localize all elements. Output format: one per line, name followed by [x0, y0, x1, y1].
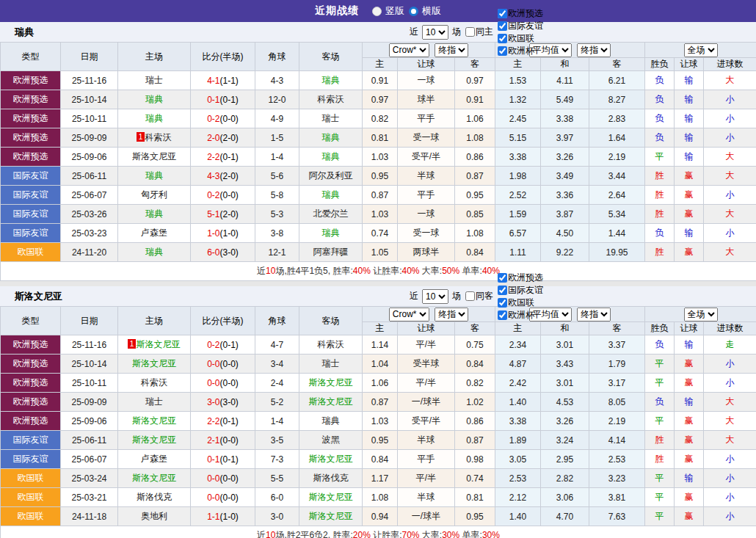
odds-final-select[interactable]: 终指: [435, 43, 468, 57]
avg-draw: 5.49: [541, 90, 589, 109]
match-row: 欧国联24-11-20瑞典6-0(3-0)12-1阿塞拜疆1.05两球半0.84…: [1, 243, 756, 262]
recent-count-select[interactable]: 10: [422, 25, 448, 40]
home-team: 1科索沃: [118, 128, 191, 148]
competition-filter[interactable]: 欧国联: [495, 32, 543, 45]
summary-part: 10: [266, 530, 275, 538]
competition-checkbox[interactable]: [498, 273, 507, 283]
result-cell: 负: [645, 90, 675, 109]
score: 0-2(0-0): [191, 186, 255, 205]
odds-handicap: 半球: [398, 488, 455, 507]
radio-unselected-icon[interactable]: [409, 7, 418, 16]
avg-home: 1.40: [495, 393, 541, 412]
odds-company-select[interactable]: Crow*: [389, 43, 429, 57]
avg-home: 3.38: [495, 412, 541, 431]
away-team: 北爱尔兰: [299, 205, 363, 224]
score: 2-1(0-0): [191, 431, 255, 450]
competition-filter[interactable]: 欧国联: [495, 297, 543, 309]
col-corner: 角球: [255, 307, 299, 335]
radio-horizontal[interactable]: 横版: [409, 4, 441, 18]
odds-handicap: 半球: [398, 431, 455, 450]
competition-checkbox[interactable]: [498, 286, 507, 295]
team-name: 斯洛文尼亚: [15, 290, 62, 303]
competition-checkbox[interactable]: [498, 298, 507, 308]
avg-final-select[interactable]: 终指: [577, 308, 611, 321]
results-table: 类型 日期 主场 比分(半场) 角球 客场 Crow* 终指 平均值 终指: [0, 42, 756, 281]
odds-home: 0.81: [363, 128, 398, 148]
competition-filter[interactable]: 欧洲杯: [495, 309, 543, 321]
radio-selected-icon[interactable]: [372, 7, 382, 16]
competition-checkbox[interactable]: [498, 46, 507, 56]
summary-part: 近: [257, 530, 266, 538]
near-label: 近: [410, 290, 418, 302]
competition-filter[interactable]: 欧洲预选: [495, 272, 543, 284]
odds-handicap: 一球: [398, 205, 455, 224]
competition-filter[interactable]: 国际友谊: [495, 284, 543, 297]
radio-vertical[interactable]: 竖版: [372, 4, 404, 18]
away-team: 斯洛文尼亚: [299, 393, 363, 412]
odds-handicap: 平手: [398, 109, 455, 128]
avg-home: 2.53: [495, 469, 541, 488]
avg-away: 8.05: [589, 393, 645, 412]
avg-final-select[interactable]: 终指: [577, 43, 611, 57]
match-date: 25-09-06: [61, 148, 118, 167]
rank-badge: 1: [137, 132, 144, 142]
same-side-filter[interactable]: 同主: [463, 26, 493, 38]
corner-score: 3-4: [255, 355, 299, 374]
match-type: 欧洲预选: [1, 109, 61, 128]
odds-company-select[interactable]: Crow*: [389, 308, 429, 321]
odds-away: 0.82: [455, 374, 495, 393]
same-side-checkbox[interactable]: [465, 291, 475, 301]
same-side-checkbox[interactable]: [465, 27, 475, 37]
avg-home: 2.52: [495, 186, 541, 205]
corner-score: 1-4: [255, 148, 299, 167]
summary-part: 单率:: [459, 266, 482, 276]
competition-checkbox[interactable]: [498, 34, 507, 43]
result-cell: 负: [645, 224, 675, 243]
avg-draw: 4.53: [541, 393, 589, 412]
match-type: 欧国联: [1, 243, 61, 262]
summary-part: 30%: [442, 530, 459, 538]
odds-handicap: 球半: [398, 90, 455, 109]
corner-score: 4-7: [255, 335, 299, 355]
fulltime-select[interactable]: 全场: [684, 43, 718, 57]
score: 0-0(0-0): [191, 488, 255, 507]
odds-final-select[interactable]: 终指: [435, 308, 468, 321]
col-avg-away: 客: [589, 58, 645, 71]
match-row: 欧国联24-11-18奥地利1-1(1-0)3-0斯洛文尼亚0.94一/球半0.…: [1, 507, 756, 526]
col-type: 类型: [1, 307, 61, 335]
avg-draw: 3.38: [541, 109, 589, 128]
away-team: 科索沃: [299, 335, 363, 355]
odds-away: 0.75: [455, 335, 495, 355]
match-type: 国际友谊: [1, 450, 61, 469]
score: 0-2(0-1): [191, 335, 255, 355]
match-date: 25-06-11: [61, 167, 118, 186]
away-team: 阿塞拜疆: [299, 243, 363, 262]
match-row: 国际友谊25-06-11斯洛文尼亚2-1(0-0)3-5波黑0.95半球0.87…: [1, 431, 756, 450]
competition-filter[interactable]: 欧洲预选: [495, 7, 543, 20]
avg-home: 4.87: [495, 355, 541, 374]
team-name: 瑞典: [15, 26, 34, 39]
avg-away: 8.27: [589, 90, 645, 109]
match-date: 25-06-11: [61, 431, 118, 450]
competition-checkbox[interactable]: [498, 21, 507, 31]
competition-checkbox[interactable]: [498, 9, 507, 18]
match-date: 25-06-07: [61, 186, 118, 205]
goals-result-cell: 小: [704, 507, 756, 526]
fulltime-select[interactable]: 全场: [684, 308, 718, 321]
home-team: 斯洛文尼亚: [118, 412, 191, 431]
competition-filter[interactable]: 欧洲杯: [495, 45, 543, 57]
avg-draw: 2.82: [541, 469, 589, 488]
avg-draw: 4.70: [541, 507, 589, 526]
same-side-filter[interactable]: 同客: [463, 290, 493, 302]
summary-part: 40%: [401, 266, 419, 276]
result-cell: 负: [645, 335, 675, 355]
handicap-result-cell: 输: [675, 109, 704, 128]
recent-count-select[interactable]: 10: [422, 289, 448, 304]
odds-handicap: 受一球: [398, 128, 455, 148]
odds-group-header: Crow* 终指: [363, 307, 495, 322]
corner-score: 1-5: [255, 128, 299, 148]
corner-score: 3-8: [255, 224, 299, 243]
competition-checkbox[interactable]: [498, 310, 507, 320]
competition-filter[interactable]: 国际友谊: [495, 20, 543, 32]
avg-draw: 3.87: [541, 205, 589, 224]
